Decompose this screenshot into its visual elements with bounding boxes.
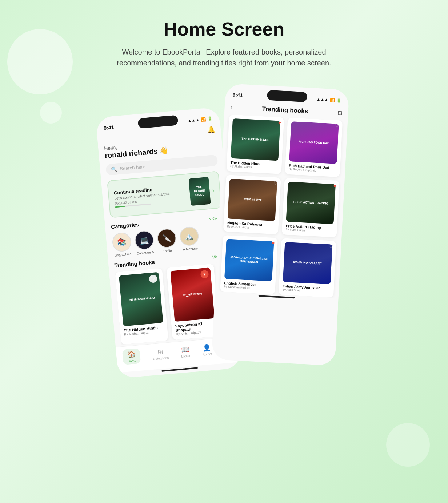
category-thriller[interactable]: 🔪 Thriller <box>156 228 177 253</box>
nav-latest[interactable]: 📖 Latest <box>180 345 190 358</box>
book-cover-hidden-hindu: THE HIDDEN HINDU ♡ <box>119 272 163 326</box>
search-placeholder: Search here <box>120 164 146 172</box>
categories-row: 📚 biographies 💻 Computer & 🔪 Thriller 🏔️… <box>112 224 225 258</box>
heart-btn2-hidden-hindu[interactable]: ♥ <box>278 120 281 125</box>
phone2: 9:41 ▲▲▲ 📶 🔋 ‹ Trending books ⊟ THE HIDD <box>211 84 349 366</box>
book-card2-hidden-hindu[interactable]: THE HIDDEN HINDU ♥ The Hidden Hindu By A… <box>226 114 284 174</box>
nav-home-label: Home <box>127 359 136 363</box>
heart-btn2-army[interactable]: ♡ <box>329 244 333 249</box>
book-cover2-price-action: PRICE ACTION TRADING <box>286 182 336 224</box>
home-icon: 🏠 <box>127 350 136 359</box>
book-card2-price-action[interactable]: PRICE ACTION TRADING ♥ Price Action Trad… <box>282 178 340 237</box>
bg-circle-1 <box>7 29 73 94</box>
home-indicator-2 <box>259 295 295 298</box>
filter-button[interactable]: ⊟ <box>337 109 343 117</box>
heart-btn2-rich-dad[interactable]: ♡ <box>335 123 340 129</box>
book-info2-rich-dad: Rich Dad and Poor Dad By Robert T. Kiyos… <box>289 164 337 173</box>
heart-btn-vayuputron[interactable]: ♥ <box>200 270 209 279</box>
latest-icon: 📖 <box>181 345 189 354</box>
dynamic-island-2 <box>267 90 307 102</box>
book-info2-nagaon: Nagaon Ka Rahasya By Akshat Gupta <box>227 221 275 230</box>
book-cover-vayuputron: वायुपुत्रों की शपथ ♥ <box>170 267 215 322</box>
wifi-icon-1: 📶 <box>201 117 206 122</box>
wifi-icon-2: 📶 <box>330 97 335 102</box>
book-cover2-hidden-hindu: THE HIDDEN HINDU <box>231 118 280 161</box>
categories-title: Categories <box>111 221 139 230</box>
books-grid: THE HIDDEN HINDU ♥ The Hidden Hindu By A… <box>215 114 348 298</box>
book-info2-price-action: Price Action Trading By Sunil Gurjar <box>285 224 333 234</box>
category-adventure-icon: 🏔️ <box>179 226 199 246</box>
heart-btn2-english[interactable]: ♥ <box>272 241 275 246</box>
book-card-vayuputron[interactable]: वायुपुत्रों की शपथ ♥ Vayuputron Ki Shapa… <box>167 263 220 340</box>
book-info2-army: Indian Army Agniveer By Ankit Bhati <box>282 284 330 294</box>
status-time-1: 9:41 <box>104 124 114 131</box>
signal-icon-1: ▲▲▲ <box>187 117 200 123</box>
signal-icon-2: ▲▲▲ <box>316 97 328 102</box>
heart-btn2-price-action[interactable]: ♥ <box>333 184 336 189</box>
category-biographies[interactable]: 📚 biographies <box>112 232 133 257</box>
continue-reading-cover: THE HIDDEN HINDU <box>188 177 211 206</box>
category-computer[interactable]: 💻 Computer & <box>134 230 155 255</box>
status-icons-2: ▲▲▲ 📶 🔋 <box>316 97 341 103</box>
bg-circle-3 <box>386 423 430 467</box>
search-icon: 🔍 <box>111 166 117 172</box>
status-time-2: 9:41 <box>232 92 243 98</box>
category-adventure[interactable]: 🏔️ Adventure <box>179 226 200 252</box>
continue-reading-card[interactable]: Continue reading Let's continue what you… <box>107 171 222 218</box>
book-info2-english: English Sentences By Kanchan Keshari <box>224 281 272 291</box>
book-info2-hidden-hindu: The Hidden Hindu By Akshat Gupta <box>230 161 278 170</box>
battery-icon-1: 🔋 <box>207 116 213 121</box>
book-cover2-english: 5000+ DAILY USE ENGLISH SENTENCES <box>224 239 274 281</box>
book-card-hidden-hindu[interactable]: THE HIDDEN HINDU ♡ The Hidden Hindu By A… <box>115 268 168 345</box>
category-biographies-label: biographies <box>114 252 131 257</box>
continue-reading-info: Continue reading Let's continue what you… <box>113 185 170 208</box>
notification-icon[interactable]: 🔔 <box>207 126 215 134</box>
trending-title: Trending books <box>114 259 155 269</box>
bg-circle-2 <box>40 102 62 124</box>
heart-btn-hidden-hindu[interactable]: ♡ <box>149 274 157 283</box>
nav-author-label: Author <box>203 352 212 357</box>
nav-latest-label: Latest <box>181 354 190 358</box>
phones-container: 9:41 ▲▲▲ 📶 🔋 🔔 Hello, ronald richards 👋 <box>106 86 342 363</box>
progress-fill <box>115 205 125 207</box>
phone2-outer: 9:41 ▲▲▲ 📶 🔋 ‹ Trending books ⊟ THE HIDD <box>211 84 349 366</box>
author-icon: 👤 <box>203 343 211 352</box>
page-title: Home Screen <box>164 18 284 40</box>
category-computer-label: Computer & <box>136 250 154 255</box>
category-thriller-icon: 🔪 <box>156 228 177 248</box>
book-cover2-army: अग्निवीर INDIAN ARMY <box>283 242 333 285</box>
nav-author[interactable]: 👤 Author <box>202 343 212 357</box>
continue-arrow-icon: › <box>212 187 215 193</box>
status-icons-1: ▲▲▲ 📶 🔋 <box>187 116 213 123</box>
heart-btn2-nagaon[interactable]: ♡ <box>273 180 278 186</box>
book-card2-nagaon[interactable]: नागाओ का रहस्य ♡ Nagaon Ka Rahasya By Ak… <box>223 175 281 234</box>
book-cover2-rich-dad: RICH DAD POOR DAD <box>289 121 339 164</box>
book-card2-rich-dad[interactable]: RICH DAD POOR DAD ♡ Rich Dad and Poor Da… <box>285 118 343 177</box>
category-biographies-icon: 📚 <box>112 232 132 252</box>
book-cover2-nagaon: नागाओ का रहस्य <box>228 179 277 221</box>
category-computer-icon: 💻 <box>134 230 155 250</box>
book-card2-army[interactable]: अग्निवीर INDIAN ARMY ♡ Indian Army Agniv… <box>279 238 336 298</box>
categories-icon: ⊞ <box>157 347 164 356</box>
category-adventure-label: Adventure <box>183 246 198 252</box>
battery-icon-2: 🔋 <box>336 98 342 103</box>
book-card2-english[interactable]: 5000+ DAILY USE ENGLISH SENTENCES ♥ Engl… <box>220 235 278 295</box>
nav-categories[interactable]: ⊞ Categories <box>152 347 169 361</box>
page-subtitle: Welcome to EbookPortal! Explore featured… <box>97 47 351 68</box>
nav-categories-label: Categories <box>153 356 169 361</box>
nav-home[interactable]: 🏠 Home <box>122 348 141 365</box>
category-thriller-label: Thriller <box>163 249 173 253</box>
